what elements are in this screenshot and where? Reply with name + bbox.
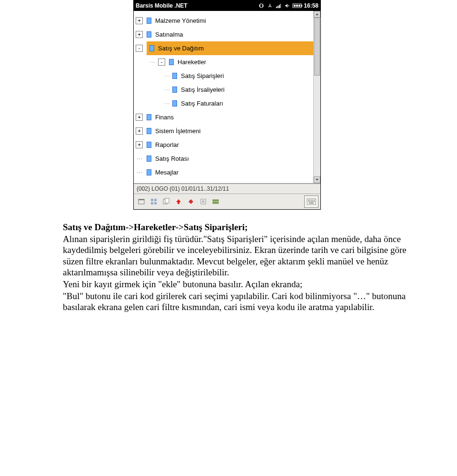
expand-icon[interactable]: + — [136, 31, 143, 38]
status-text: (002) LOGO (01) 01/01/11..31/12/11 — [137, 185, 229, 192]
expand-icon[interactable]: + — [136, 127, 143, 135]
folder-icon — [172, 100, 177, 107]
tree-item-label: Satış Faturaları — [181, 100, 223, 107]
svg-rect-0 — [276, 7, 277, 8]
expand-icon[interactable]: + — [136, 17, 143, 24]
titlebar: Barsis Mobile .NET 16:58 — [134, 0, 320, 11]
svg-rect-28 — [314, 200, 315, 201]
toolbar-button-1[interactable] — [136, 196, 147, 207]
tree-connector: ⋯ — [150, 59, 156, 66]
tree-item[interactable]: ⋯-Hareketler — [134, 55, 320, 69]
svg-rect-5 — [301, 5, 302, 7]
tree-item-label: Satış Rotası — [155, 155, 189, 162]
folder-icon — [147, 31, 151, 38]
tree-connector: ⋯ — [164, 87, 170, 93]
status-icons — [258, 2, 303, 9]
collapse-icon[interactable]: - — [136, 45, 143, 52]
tree-item[interactable]: -Satış ve Dağıtım — [134, 41, 320, 55]
toolbar-button-3[interactable] — [160, 196, 172, 207]
tree-item[interactable]: +Finans — [134, 110, 320, 124]
tree-item-label: Finans — [155, 114, 174, 121]
tree-item[interactable]: ⋯Satış Siparişleri — [134, 69, 320, 83]
folder-icon — [172, 87, 177, 93]
tree-item[interactable]: +Raporlar — [134, 138, 320, 152]
folder-icon — [169, 59, 174, 65]
paragraph-body-1: Alınan siparişlerin girildiği fiş türüdü… — [63, 234, 407, 277]
menu-tree: +Malzeme Yönetimi+Satınalma-Satış ve Dağ… — [134, 11, 320, 184]
svg-rect-34 — [309, 203, 314, 204]
svg-rect-26 — [311, 200, 312, 201]
mobile-device-screenshot: Barsis Mobile .NET 16:58 — [133, 0, 321, 210]
toolbar-button-7[interactable] — [210, 196, 221, 207]
tree-item-label: Satınalma — [155, 31, 183, 38]
paragraph-line-4: "Bul" butonu ile cari kod girilerek cari… — [63, 291, 406, 312]
tree-item[interactable]: ⋯Satış İrsaliyeleri — [134, 83, 320, 97]
svg-rect-3 — [280, 4, 281, 8]
battery-icon — [292, 2, 303, 9]
svg-rect-7 — [296, 5, 298, 7]
sync-icon — [258, 2, 265, 9]
keyboard-button[interactable] — [304, 195, 318, 208]
toolbar-up-icon[interactable] — [173, 196, 184, 207]
status-bar: (002) LOGO (01) 01/01/11..31/12/11 — [134, 184, 320, 194]
tree-item-label: Hareketler — [178, 58, 206, 66]
app-title: Barsis Mobile .NET — [136, 2, 188, 9]
tree-item[interactable]: +Malzeme Yönetimi — [134, 14, 320, 28]
folder-icon — [147, 128, 151, 134]
heading-path: Satış ve Dağıtım->Hareketler->Satış Sipa… — [63, 222, 414, 233]
tree-item-label: Mesajlar — [155, 169, 179, 176]
folder-icon — [149, 45, 154, 51]
clock-time: 16:58 — [303, 2, 318, 9]
svg-rect-32 — [312, 201, 313, 202]
expand-icon[interactable]: + — [136, 141, 143, 148]
tree-item[interactable]: ⋯Satış Rotası — [134, 152, 320, 165]
tree-item-label: Satış İrsaliyeleri — [181, 86, 225, 93]
svg-rect-14 — [154, 202, 157, 204]
network-icon — [267, 2, 273, 9]
expand-icon[interactable]: + — [136, 114, 143, 121]
toolbar-diamond-icon[interactable] — [185, 196, 197, 207]
tree-item-label: Raporlar — [155, 141, 179, 148]
collapse-icon[interactable]: - — [158, 58, 165, 66]
svg-rect-12 — [154, 199, 157, 201]
svg-rect-1 — [278, 6, 278, 8]
tree-item-label: Malzeme Yönetimi — [155, 17, 206, 24]
svg-rect-8 — [298, 5, 300, 7]
tree-leaf-marker: ⋯ — [136, 169, 143, 176]
folder-icon — [147, 18, 151, 24]
svg-rect-29 — [308, 201, 309, 202]
svg-rect-22 — [213, 202, 219, 204]
svg-rect-27 — [312, 200, 313, 201]
tree-item[interactable]: ⋯Mesajlar — [134, 165, 320, 179]
tree-item[interactable]: +Satınalma — [134, 28, 320, 41]
paragraph-line-3: Yeni bir kayıt girmek için "ekle" butonu… — [63, 279, 414, 290]
svg-rect-13 — [151, 202, 153, 204]
tree-item[interactable]: ⋯Satış Faturaları — [134, 97, 320, 110]
folder-icon — [172, 73, 177, 79]
bottom-toolbar — [134, 194, 320, 209]
folder-icon — [147, 155, 151, 162]
tree-item-label: Satış Siparişleri — [181, 72, 224, 79]
svg-rect-24 — [308, 200, 309, 201]
svg-rect-33 — [314, 201, 315, 202]
svg-rect-25 — [309, 200, 310, 201]
svg-rect-6 — [294, 5, 296, 7]
tree-item[interactable]: +Sistem İşletmeni — [134, 124, 320, 138]
volume-icon — [284, 2, 290, 9]
tree-item-label: Sistem İşletmeni — [155, 127, 200, 135]
svg-rect-21 — [213, 200, 219, 201]
svg-rect-16 — [165, 198, 169, 203]
folder-icon — [147, 169, 151, 175]
svg-rect-30 — [309, 201, 310, 202]
folder-icon — [147, 114, 151, 120]
svg-rect-31 — [311, 201, 312, 202]
svg-rect-2 — [279, 5, 280, 8]
svg-rect-10 — [139, 199, 144, 200]
signal-icon — [275, 2, 282, 9]
toolbar-button-6[interactable] — [198, 196, 209, 207]
toolbar-button-2[interactable] — [148, 196, 159, 207]
tree-connector: ⋯ — [164, 73, 170, 79]
svg-rect-11 — [151, 199, 153, 201]
document-text: Satış ve Dağıtım->Hareketler->Satış Sipa… — [43, 222, 414, 312]
tree-item-label: Satış ve Dağıtım — [158, 45, 204, 52]
